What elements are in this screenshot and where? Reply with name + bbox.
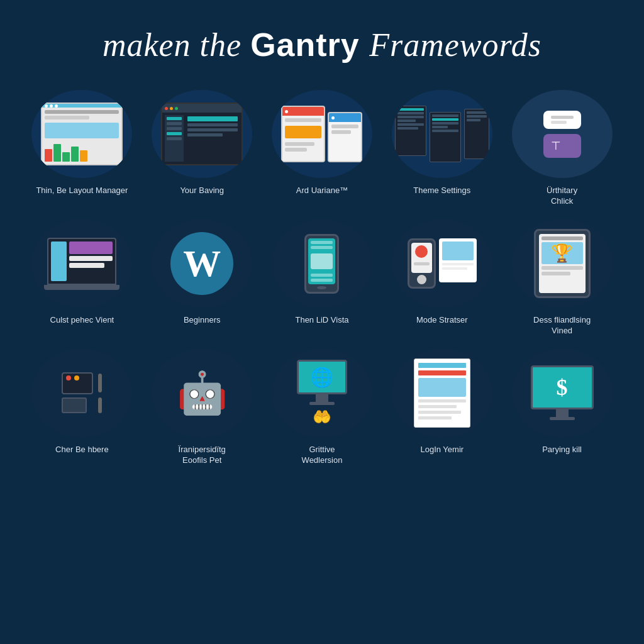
grid-item-culst-pehec[interactable]: Culst pehec Vient xyxy=(25,219,139,336)
grid-item-theme-settings[interactable]: Theme Settings xyxy=(385,90,499,207)
icon-grittive-wedlersion: 🌐 🤲 xyxy=(272,349,372,437)
icon-parying-kill: $ xyxy=(512,349,613,437)
label-grittive-wedlersion: GrittiveWedlersion xyxy=(302,445,343,466)
icon-culst-pehec xyxy=(31,219,132,308)
title-bold: Gantry xyxy=(250,26,369,63)
main-title: maken the Gantry Framewords xyxy=(25,25,619,65)
icon-then-lid-vista xyxy=(272,219,372,308)
icon-login-yemir xyxy=(392,349,492,437)
label-mode-stratser: Mode Stratser xyxy=(416,315,468,326)
icon-your-baving xyxy=(152,90,252,178)
icon-ard-uariane xyxy=(272,90,372,178)
grid-item-iranipersiding[interactable]: 🤖 ÏranipersidïtgEoofils Pet xyxy=(145,349,259,466)
page-container: maken the Gantry Framewords xyxy=(0,0,644,644)
grid-item-grittive-wedlersion[interactable]: 🌐 🤲 GrittiveWedlersion xyxy=(265,349,379,466)
label-theme-settings: Theme Settings xyxy=(413,186,470,196)
grid-item-then-lid-vista[interactable]: Then LiD Vista xyxy=(265,219,379,336)
label-arbitrary-click: ÜrthitaryChlick xyxy=(547,186,577,207)
icon-beginners: W xyxy=(152,219,252,308)
label-layout-manager: Thin, Be Layout Manager xyxy=(36,186,128,196)
grid-item-ard-uariane[interactable]: Ard Uariane™ xyxy=(265,90,379,207)
grid-item-login-yemir[interactable]: LogIn Yemir xyxy=(385,349,499,466)
label-login-yemir: LogIn Yemir xyxy=(420,445,464,455)
icon-arbitrary-click: ⊤ xyxy=(512,90,613,178)
label-your-baving: Your Baving xyxy=(180,186,224,196)
label-beginners: Beginners xyxy=(184,315,221,326)
title-part2: Framewords xyxy=(369,27,541,63)
header: maken the Gantry Framewords xyxy=(25,25,619,65)
label-dess-fliandlsing: Dess fliandlsingVined xyxy=(533,315,591,336)
label-parying-kill: Parying kill xyxy=(542,445,582,455)
grid-item-mode-stratser[interactable]: Mode Stratser xyxy=(385,219,499,336)
label-iranipersiding: ÏranipersidïtgEoofils Pet xyxy=(179,445,226,466)
grid-item-layout-manager[interactable]: Thin, Be Layout Manager xyxy=(25,90,139,207)
feature-grid: Thin, Be Layout Manager xyxy=(25,90,619,465)
grid-item-arbitrary-click[interactable]: ⊤ ÜrthitaryChlick xyxy=(505,90,619,207)
icon-theme-settings xyxy=(392,90,492,178)
grid-item-your-baving[interactable]: Your Baving xyxy=(145,90,259,207)
label-culst-pehec: Culst pehec Vient xyxy=(50,315,114,326)
grid-item-cher-be-hbere[interactable]: Cher Be hbere xyxy=(25,349,139,466)
icon-dess-fliandlsing: 🏆 xyxy=(512,219,613,308)
label-cher-be-hbere: Cher Be hbere xyxy=(55,445,109,455)
grid-item-parying-kill[interactable]: $ Parying kill xyxy=(505,349,619,466)
title-part1: maken the xyxy=(103,27,242,63)
icon-iranipersiding: 🤖 xyxy=(152,349,252,437)
label-then-lid-vista: Then LiD Vista xyxy=(295,315,348,326)
icon-layout-manager xyxy=(31,90,132,178)
grid-item-dess-fliandlsing[interactable]: 🏆 Dess fliandlsingVined xyxy=(505,219,619,336)
grid-item-beginners[interactable]: W Beginners xyxy=(145,219,259,336)
icon-mode-stratser xyxy=(392,219,492,308)
label-ard-uariane: Ard Uariane™ xyxy=(296,186,348,196)
icon-cher-be-hbere xyxy=(31,349,132,437)
